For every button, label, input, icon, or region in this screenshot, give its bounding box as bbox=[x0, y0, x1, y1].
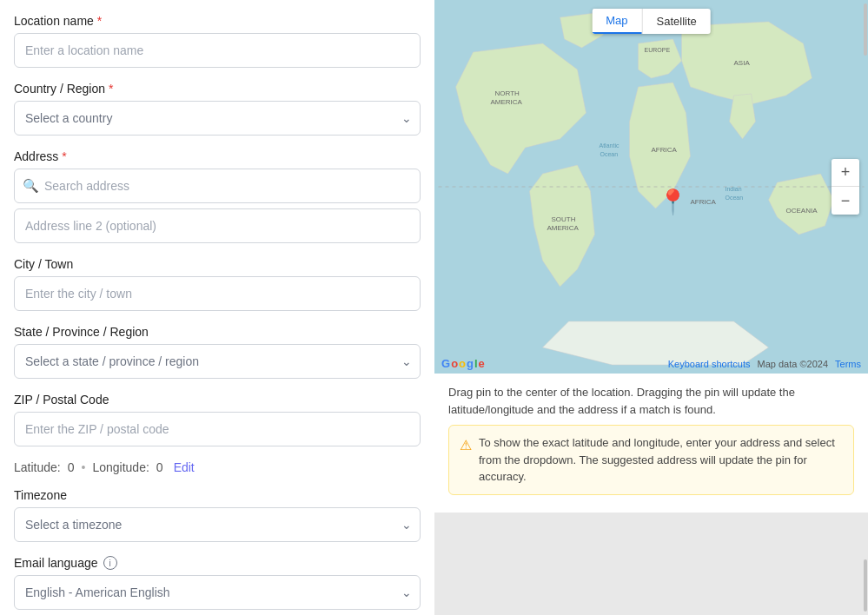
location-name-group: Location name * bbox=[14, 14, 421, 68]
warning-icon: ⚠ bbox=[460, 435, 472, 456]
zoom-in-button[interactable]: + bbox=[832, 159, 859, 187]
timezone-label-row: Timezone bbox=[14, 488, 421, 502]
city-input[interactable] bbox=[14, 276, 421, 311]
city-group: City / Town bbox=[14, 257, 421, 311]
location-name-required: * bbox=[97, 14, 102, 28]
city-label-row: City / Town bbox=[14, 257, 421, 271]
info-icon[interactable]: i bbox=[103, 556, 117, 570]
zip-input[interactable] bbox=[14, 412, 421, 446]
state-group: State / Province / Region Select a state… bbox=[14, 325, 421, 379]
country-label: Country / Region bbox=[14, 82, 105, 96]
world-map-svg: NORTH AMERICA SOUTH AMERICA ASIA EUROPE … bbox=[434, 0, 868, 374]
lat-lon-row: Latitude: 0 • Longitude: 0 Edit bbox=[14, 460, 421, 474]
svg-text:OCEANIA: OCEANIA bbox=[786, 207, 818, 215]
right-scrollbar-thumb-top[interactable] bbox=[864, 3, 867, 56]
map-container: Map Satellite bbox=[434, 0, 868, 615]
svg-text:Atlantic: Atlantic bbox=[600, 142, 620, 149]
svg-text:Indian: Indian bbox=[726, 186, 742, 192]
state-select-wrapper: Select a state / province / region ⌄ bbox=[14, 344, 421, 379]
map-footer: Google Keyboard shortcuts Map data ©2024… bbox=[434, 354, 868, 374]
zip-group: ZIP / Postal Code bbox=[14, 393, 421, 446]
country-required: * bbox=[109, 82, 113, 96]
longitude-value: 0 bbox=[156, 460, 163, 474]
location-name-label: Location name bbox=[14, 14, 94, 28]
svg-text:EUROPE: EUROPE bbox=[645, 47, 671, 53]
address-group: Address * 🔍 bbox=[14, 149, 421, 243]
svg-text:NORTH: NORTH bbox=[495, 89, 520, 97]
right-scrollbar-thumb-bottom[interactable] bbox=[864, 559, 867, 612]
zoom-out-button[interactable]: − bbox=[832, 187, 859, 215]
longitude-label: Longitude: bbox=[92, 460, 149, 474]
terms-link[interactable]: Terms bbox=[835, 359, 861, 369]
svg-text:SOUTH: SOUTH bbox=[552, 215, 576, 223]
svg-text:AFRICA: AFRICA bbox=[652, 146, 678, 154]
city-label: City / Town bbox=[14, 257, 73, 271]
tab-satellite[interactable]: Satellite bbox=[643, 9, 711, 34]
location-name-input[interactable] bbox=[14, 33, 421, 68]
email-language-label-row: Email language i bbox=[14, 556, 421, 570]
google-g: G bbox=[441, 357, 450, 370]
email-language-label: Email language bbox=[14, 556, 98, 570]
map-pin[interactable]: 📍 bbox=[658, 188, 688, 216]
timezone-label: Timezone bbox=[14, 488, 67, 502]
location-name-label-row: Location name * bbox=[14, 14, 421, 28]
warning-text: To show the exact latitude and longitude… bbox=[479, 434, 843, 486]
svg-text:Ocean: Ocean bbox=[600, 151, 619, 157]
map-info-box: Drag pin to the center of the location. … bbox=[434, 374, 868, 512]
country-select[interactable]: Select a country bbox=[14, 101, 421, 136]
lat-lon-dot: • bbox=[82, 460, 86, 474]
address-label: Address bbox=[14, 149, 58, 163]
tab-map[interactable]: Map bbox=[592, 9, 641, 34]
state-select[interactable]: Select a state / province / region bbox=[14, 344, 421, 379]
country-group: Country / Region * Select a country ⌄ bbox=[14, 82, 421, 136]
country-label-row: Country / Region * bbox=[14, 82, 421, 96]
svg-text:ASIA: ASIA bbox=[734, 59, 751, 67]
map-tabs: Map Satellite bbox=[592, 9, 711, 34]
svg-text:AMERICA: AMERICA bbox=[547, 224, 580, 232]
drag-pin-text: Drag pin to the center of the location. … bbox=[448, 384, 854, 418]
left-panel: Location name * Country / Region * Selec… bbox=[0, 0, 434, 615]
email-language-select[interactable]: English - American English bbox=[14, 575, 421, 610]
map-background[interactable]: NORTH AMERICA SOUTH AMERICA ASIA EUROPE … bbox=[434, 0, 868, 374]
svg-text:Ocean: Ocean bbox=[726, 195, 744, 201]
timezone-group: Timezone Select a timezone ⌄ bbox=[14, 488, 421, 542]
timezone-select-wrapper: Select a timezone ⌄ bbox=[14, 507, 421, 542]
svg-text:AMERICA: AMERICA bbox=[491, 98, 523, 106]
email-language-select-wrapper: English - American English ⌄ bbox=[14, 575, 421, 610]
state-label: State / Province / Region bbox=[14, 325, 149, 339]
address-label-row: Address * bbox=[14, 149, 421, 163]
zip-label: ZIP / Postal Code bbox=[14, 393, 109, 407]
address-search-wrapper: 🔍 bbox=[14, 169, 421, 203]
address-search-input[interactable] bbox=[14, 169, 421, 203]
right-panel: Map Satellite bbox=[434, 0, 868, 615]
warning-box: ⚠ To show the exact latitude and longitu… bbox=[448, 425, 854, 495]
keyboard-shortcuts-link[interactable]: Keyboard shortcuts bbox=[668, 359, 751, 369]
latitude-label: Latitude: bbox=[14, 460, 61, 474]
edit-link[interactable]: Edit bbox=[174, 460, 195, 474]
google-logo: Google bbox=[441, 357, 485, 370]
map-controls: + − bbox=[832, 159, 859, 215]
country-select-wrapper: Select a country ⌄ bbox=[14, 101, 421, 136]
map-meta: Keyboard shortcuts Map data ©2024 Terms bbox=[668, 359, 861, 369]
zip-label-row: ZIP / Postal Code bbox=[14, 393, 421, 407]
latitude-value: 0 bbox=[68, 460, 75, 474]
email-language-group: Email language i English - American Engl… bbox=[14, 556, 421, 610]
right-scrollbar-track[interactable] bbox=[863, 0, 868, 615]
address-required: * bbox=[62, 149, 66, 163]
state-label-row: State / Province / Region bbox=[14, 325, 421, 339]
map-data-label: Map data ©2024 bbox=[758, 359, 829, 369]
svg-text:AFRICA: AFRICA bbox=[691, 198, 717, 206]
timezone-select[interactable]: Select a timezone bbox=[14, 507, 421, 542]
address-line2-input[interactable] bbox=[14, 208, 421, 243]
